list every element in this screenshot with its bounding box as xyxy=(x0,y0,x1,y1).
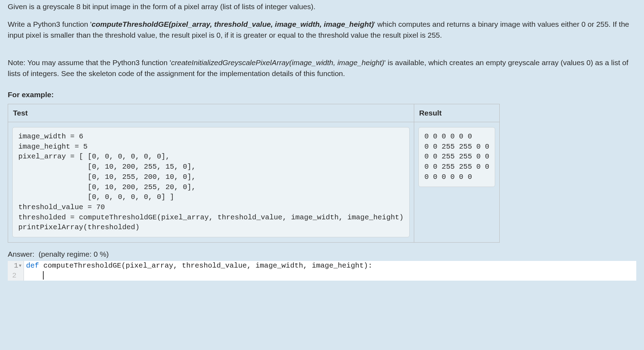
problem-para-2: Write a Python3 function 'computeThresho… xyxy=(8,19,636,40)
gutter-line-1: 1▼ xyxy=(8,261,24,271)
test-cell: image_width = 6 image_height = 5 pixel_a… xyxy=(8,122,414,243)
keyword-def: def xyxy=(26,262,39,270)
fold-triangle-icon[interactable]: ▼ xyxy=(19,263,21,269)
answer-code-editor[interactable]: 1▼ def computeThresholdGE(pixel_array, t… xyxy=(8,261,636,280)
code-line-2[interactable] xyxy=(24,271,636,281)
answer-label-row: Answer: (penalty regime: 0 %) xyxy=(8,249,636,260)
gutter-line-2: 2 xyxy=(8,271,24,281)
example-table: Test Result image_width = 6 image_height… xyxy=(8,104,500,243)
text-cursor xyxy=(43,271,44,280)
code-rest: computeThresholdGE(pixel_array, threshol… xyxy=(39,262,372,270)
result-code-block: 0 0 0 0 0 0 0 0 255 255 0 0 0 0 255 255 … xyxy=(418,127,495,187)
table-header-result: Result xyxy=(414,104,500,122)
code-line-1[interactable]: def computeThresholdGE(pixel_array, thre… xyxy=(24,261,636,271)
problem-para-3: Note: You may assume that the Python3 fu… xyxy=(8,57,636,79)
table-header-test: Test xyxy=(8,104,414,122)
problem-para-1: Given is a greyscale 8 bit input image i… xyxy=(8,1,636,12)
para3-pre: Note: You may assume that the Python3 fu… xyxy=(8,58,171,67)
table-row: image_width = 6 image_height = 5 pixel_a… xyxy=(8,122,500,243)
problem-statement: Given is a greyscale 8 bit input image i… xyxy=(8,1,636,79)
example-label: For example: xyxy=(8,89,636,100)
function-signature-bold: computeThresholdGE(pixel_array, threshol… xyxy=(91,20,374,28)
penalty-regime: (penalty regime: 0 %) xyxy=(39,250,109,258)
result-cell: 0 0 0 0 0 0 0 0 255 255 0 0 0 0 255 255 … xyxy=(414,122,500,243)
test-code-block: image_width = 6 image_height = 5 pixel_a… xyxy=(12,127,410,237)
line-number: 1 xyxy=(14,261,18,271)
helper-function-italic: createInitializedGreyscalePixelArray(ima… xyxy=(171,58,384,67)
line-number: 2 xyxy=(12,271,16,281)
answer-label: Answer: xyxy=(8,250,34,258)
para2-pre: Write a Python3 function ' xyxy=(8,20,91,28)
